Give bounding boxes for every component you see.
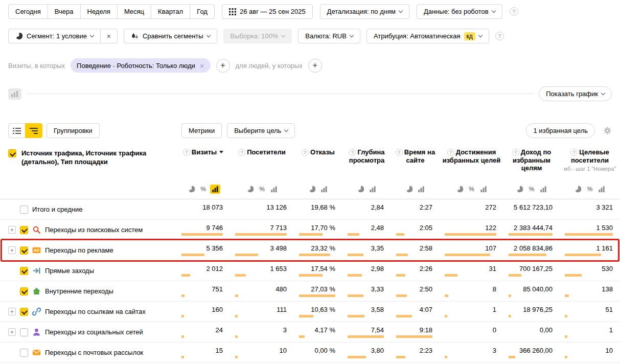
- pie-toggle-icon[interactable]: [187, 185, 197, 194]
- period-button-5[interactable]: Квартал: [151, 4, 190, 19]
- row-checkbox[interactable]: [20, 308, 28, 316]
- chart-mini-icon[interactable]: [8, 88, 21, 100]
- column-header[interactable]: ?Время на сайте: [391, 142, 440, 199]
- data-mode-button[interactable]: Данные: без роботов: [417, 4, 502, 19]
- bars-toggle-icon[interactable]: [269, 185, 279, 194]
- groupings-button[interactable]: Группировки: [47, 123, 100, 138]
- period-button-2[interactable]: Вчера: [48, 4, 81, 19]
- row-checkbox[interactable]: [20, 328, 28, 336]
- bars-toggle-icon[interactable]: [478, 185, 489, 194]
- column-header[interactable]: ?Доход по избранным целям %: [503, 142, 560, 199]
- pie-toggle-icon[interactable]: [307, 185, 317, 194]
- expand-row-button[interactable]: +: [8, 226, 16, 234]
- metric-value: 2:05: [396, 224, 432, 232]
- segment-condition-chip[interactable]: Поведение · Роботность: Только люди ×: [71, 58, 210, 73]
- row-checkbox[interactable]: [20, 267, 28, 275]
- row-label[interactable]: Переходы из поисковых систем: [45, 226, 143, 234]
- metrics-button[interactable]: Метрики: [181, 123, 222, 138]
- compare-segments-button[interactable]: Сравнить сегменты: [124, 29, 217, 43]
- column-header[interactable]: ?Посетители %: [230, 142, 294, 199]
- segment-clear-button[interactable]: ×: [100, 29, 118, 43]
- show-chart-button[interactable]: Показать график: [539, 86, 612, 101]
- row-label[interactable]: Переходы по рекламе: [45, 246, 113, 254]
- column-header[interactable]: ?Визиты %: [176, 142, 230, 199]
- row-label[interactable]: Прямые заходы: [45, 267, 94, 275]
- tree-view-button[interactable]: [25, 123, 42, 138]
- chip-close-icon[interactable]: ×: [200, 62, 204, 70]
- expand-row-button[interactable]: +: [8, 246, 16, 254]
- metric-bar: [396, 315, 412, 317]
- percent-toggle-icon[interactable]: %: [257, 185, 267, 194]
- period-button-4[interactable]: Месяц: [117, 4, 151, 19]
- bars-toggle-icon[interactable]: [596, 185, 607, 194]
- row-checkbox[interactable]: [20, 246, 28, 255]
- pie-toggle-icon[interactable]: [455, 185, 465, 194]
- table-row: + Переходы из социальных сетей 2434,17 %…: [0, 322, 620, 343]
- expand-row-button[interactable]: +: [8, 328, 16, 336]
- row-checkbox[interactable]: [20, 287, 28, 295]
- pie-toggle-icon[interactable]: [573, 185, 583, 194]
- row-label[interactable]: Переходы по ссылкам на сайтах: [45, 308, 146, 315]
- select-all-checkbox[interactable]: [8, 149, 16, 157]
- currency-button[interactable]: Валюта: RUB: [298, 29, 360, 43]
- help-icon[interactable]: ?: [495, 32, 504, 40]
- column-header[interactable]: ?Достижения избранных целей %: [440, 142, 503, 199]
- metric-cell: 1: [440, 302, 503, 322]
- period-button-6[interactable]: Год: [190, 4, 215, 19]
- choose-goal-button[interactable]: Выберите цель: [227, 123, 295, 138]
- dimension-header-cell: Источник трафика, Источник трафика (дета…: [0, 142, 176, 199]
- help-icon[interactable]: ?: [510, 7, 518, 16]
- row-label[interactable]: Внутренние переходы: [45, 287, 113, 295]
- metric-cell: 107: [440, 240, 503, 260]
- row-label[interactable]: Переходы из социальных сетей: [45, 328, 143, 336]
- row-checkbox[interactable]: [20, 206, 28, 214]
- bars-toggle-icon[interactable]: [319, 185, 329, 194]
- metric-cell: 8: [440, 281, 503, 301]
- row-checkbox[interactable]: [20, 349, 28, 357]
- social-icon: [32, 328, 41, 336]
- column-header[interactable]: ?Целевые посетители мб - шаг 1 "Номера" …: [560, 142, 620, 199]
- add-people-condition-button[interactable]: +: [308, 59, 322, 73]
- flat-list-view-button[interactable]: [8, 123, 26, 138]
- row-label[interactable]: Итого и средние: [32, 206, 82, 213]
- percent-toggle-icon[interactable]: %: [198, 185, 209, 194]
- divider: [27, 94, 534, 94]
- favorite-goal-button[interactable]: 1 избранная цель: [526, 123, 595, 138]
- pie-toggle-icon[interactable]: [515, 185, 525, 194]
- bars-toggle-icon[interactable]: [210, 185, 220, 194]
- metric-value: 2:23: [396, 347, 432, 354]
- percent-toggle-icon[interactable]: %: [585, 185, 595, 194]
- period-button-3[interactable]: Неделя: [80, 4, 118, 19]
- date-range-label: 26 авг — 25 сен 2025: [240, 8, 306, 15]
- sampling-button[interactable]: Выборка: 100%: [223, 29, 292, 43]
- data-mode-label: Данные: без роботов: [424, 8, 489, 15]
- percent-toggle-icon[interactable]: %: [467, 185, 477, 194]
- pie-toggle-icon[interactable]: [356, 185, 366, 194]
- column-header[interactable]: ?Глубина просмотра: [342, 142, 391, 199]
- bars-toggle-icon[interactable]: [538, 185, 548, 194]
- metric-cell: 160: [176, 302, 230, 322]
- pie-toggle-icon[interactable]: [245, 185, 256, 194]
- segment-button[interactable]: Сегмент: 1 условие: [8, 29, 101, 43]
- period-button-1[interactable]: Сегодня: [8, 4, 48, 19]
- metric-value: 3: [235, 326, 287, 334]
- metric-value: 10: [235, 347, 287, 354]
- percent-toggle-icon[interactable]: %: [526, 185, 537, 194]
- column-header[interactable]: ?Отказы: [294, 142, 342, 199]
- bars-toggle-icon[interactable]: [416, 185, 426, 194]
- row-label[interactable]: Переходы с почтовых рассылок: [45, 349, 143, 356]
- add-visit-condition-button[interactable]: +: [216, 59, 230, 73]
- expand-row-button[interactable]: +: [8, 308, 16, 315]
- gear-icon[interactable]: [603, 126, 612, 135]
- metric-bar: [348, 335, 384, 338]
- dimension-header[interactable]: Источник трафика, Источник трафика (дета…: [21, 149, 172, 167]
- attribution-button[interactable]: Атрибуция: Автоматическая кд: [366, 29, 489, 43]
- metric-value: 85 040,00: [509, 285, 553, 293]
- bars-toggle-icon[interactable]: [368, 185, 378, 194]
- date-range-button[interactable]: 26 авг — 25 сен 2025: [222, 4, 313, 19]
- pie-toggle-icon[interactable]: [404, 185, 415, 194]
- row-checkbox[interactable]: [20, 226, 28, 234]
- metric-cell: 4:07: [391, 302, 440, 322]
- metric-bar: [235, 274, 246, 277]
- detalization-button[interactable]: Детализация: по дням: [320, 4, 409, 19]
